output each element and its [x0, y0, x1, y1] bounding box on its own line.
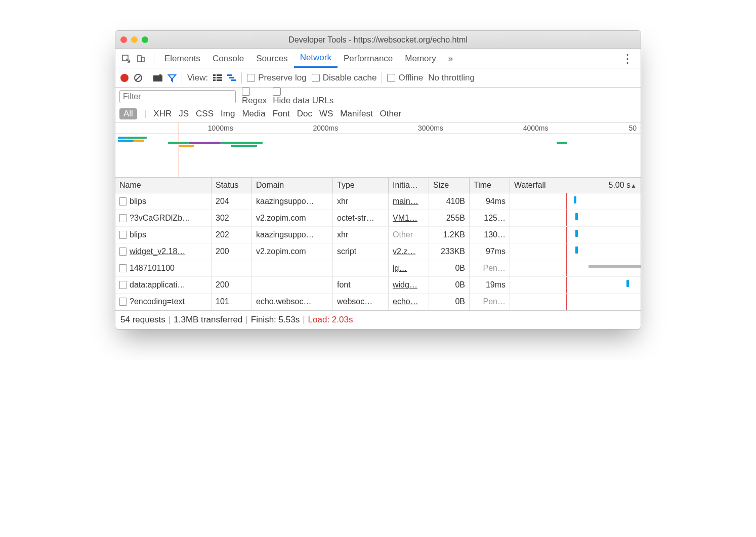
cell-time: 125… [470, 210, 510, 227]
checkbox-icon [387, 74, 395, 82]
cell-initiator[interactable]: widg… [389, 277, 429, 294]
cell-name[interactable]: widget_v2.18… [115, 243, 212, 260]
file-icon [119, 298, 127, 306]
devtools-window: Developer Tools - https://websocket.org/… [115, 30, 641, 329]
tick-label: 1000ms [208, 124, 233, 132]
disable-cache-checkbox[interactable]: Disable cache [312, 73, 377, 83]
filter-doc[interactable]: Doc [297, 109, 312, 119]
col-size[interactable]: Size [429, 178, 470, 193]
tick-label: 3000ms [418, 124, 443, 132]
cell-type: octet-str… [333, 210, 389, 227]
file-icon [119, 231, 127, 239]
svg-rect-9 [213, 77, 216, 78]
timeline-overview[interactable]: 1000ms 2000ms 3000ms 4000ms 50 [115, 122, 641, 178]
filter-xhr[interactable]: XHR [153, 109, 172, 119]
filter-css[interactable]: CSS [196, 109, 214, 119]
inspect-element-icon[interactable] [119, 52, 133, 65]
filter-manifest[interactable]: Manifest [340, 109, 372, 119]
cell-type: websoc… [333, 294, 389, 310]
tab-sources[interactable]: Sources [250, 49, 293, 68]
cell-initiator[interactable]: VM1… [389, 210, 429, 227]
filter-icon[interactable] [167, 73, 177, 82]
separator [382, 72, 382, 84]
col-status[interactable]: Status [212, 178, 252, 193]
tab-memory[interactable]: Memory [399, 49, 442, 68]
cell-name[interactable]: ?encoding=text [115, 294, 212, 310]
svg-rect-6 [159, 74, 161, 76]
cell-initiator[interactable]: echo… [389, 294, 429, 310]
cell-initiator[interactable]: Other [389, 227, 429, 243]
requests-table[interactable]: Name Status Domain Type Initia… Size Tim… [115, 178, 641, 310]
tab-console[interactable]: Console [206, 49, 250, 68]
cell-time: 19ms [470, 277, 510, 294]
svg-rect-7 [213, 74, 216, 76]
status-finish: Finish: 5.53s [251, 315, 300, 325]
cell-type: xhr [333, 227, 389, 243]
record-icon[interactable] [120, 74, 129, 82]
file-icon [119, 197, 127, 205]
cell-time: Pen… [470, 260, 510, 277]
tab-performance[interactable]: Performance [338, 49, 399, 68]
filter-media[interactable]: Media [242, 109, 265, 119]
tab-network[interactable]: Network [294, 49, 338, 68]
cell-name[interactable]: blips [115, 193, 212, 210]
col-name[interactable]: Name [115, 178, 212, 193]
filter-all[interactable]: All [119, 108, 137, 119]
titlebar: Developer Tools - https://websocket.org/… [115, 31, 641, 49]
cell-size: 0B [429, 277, 470, 294]
status-load: Load: 2.03s [308, 315, 353, 325]
svg-rect-2 [142, 57, 144, 62]
col-domain[interactable]: Domain [252, 178, 333, 193]
cell-time: 94ms [470, 193, 510, 210]
cell-size: 255B [429, 210, 470, 227]
filter-js[interactable]: JS [179, 109, 189, 119]
cell-name[interactable]: blips [115, 227, 212, 243]
kebab-menu-icon[interactable]: ⋮ [618, 52, 637, 66]
col-type[interactable]: Type [333, 178, 389, 193]
filter-img[interactable]: Img [221, 109, 235, 119]
status-requests: 54 requests [120, 315, 165, 325]
hide-data-urls-checkbox[interactable]: Hide data URLs [273, 88, 333, 106]
svg-rect-10 [217, 77, 222, 78]
cell-type [333, 260, 389, 277]
filter-input[interactable] [119, 90, 236, 103]
cell-waterfall [510, 294, 641, 310]
offline-checkbox[interactable]: Offline [387, 73, 423, 83]
file-icon [119, 247, 127, 256]
view-waterfall-icon[interactable] [227, 73, 236, 82]
cell-initiator[interactable]: v2.z… [389, 243, 429, 260]
filter-other[interactable]: Other [380, 109, 402, 119]
col-time[interactable]: Time [470, 178, 510, 193]
cell-type: script [333, 243, 389, 260]
separator [241, 72, 242, 84]
regex-checkbox[interactable]: Regex [242, 88, 267, 106]
cell-domain: kaazingsuppo… [252, 193, 333, 210]
preserve-log-checkbox[interactable]: Preserve log [247, 73, 306, 83]
col-initiator[interactable]: Initia… [389, 178, 429, 193]
filter-ws[interactable]: WS [319, 109, 333, 119]
cell-name[interactable]: 1487101100 [115, 260, 212, 277]
overview-playhead[interactable] [179, 122, 179, 177]
throttling-select[interactable]: No throttling [428, 73, 475, 83]
cell-initiator[interactable]: lg… [389, 260, 429, 277]
col-waterfall[interactable]: Waterfall 5.00 s▲ [510, 178, 641, 193]
cell-initiator[interactable]: main… [389, 193, 429, 210]
tab-overflow[interactable]: » [442, 49, 459, 68]
svg-rect-13 [227, 74, 232, 76]
cell-domain: kaazingsuppo… [252, 227, 333, 243]
cell-waterfall [510, 277, 641, 294]
disable-cache-label: Disable cache [323, 73, 377, 83]
checkbox-icon [312, 74, 320, 82]
cell-name[interactable]: data:applicati… [115, 277, 212, 294]
cell-waterfall [510, 243, 641, 260]
view-large-icon[interactable] [213, 73, 222, 82]
file-icon [119, 264, 127, 272]
device-toolbar-icon[interactable] [135, 52, 148, 65]
svg-rect-1 [138, 56, 141, 62]
clear-icon[interactable] [134, 73, 143, 82]
capture-screenshot-icon[interactable] [153, 73, 162, 82]
cell-name[interactable]: ?3vCaGRDlZb… [115, 210, 212, 227]
tab-elements[interactable]: Elements [158, 49, 206, 68]
checkbox-icon [242, 88, 250, 96]
filter-font[interactable]: Font [273, 109, 290, 119]
